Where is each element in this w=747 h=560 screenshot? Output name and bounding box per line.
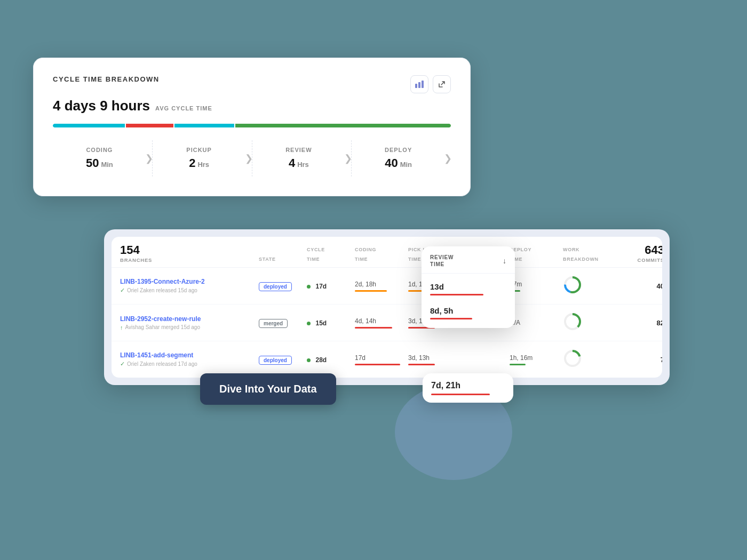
review-item-1: 13d xyxy=(422,277,515,301)
cycle-dot-3 xyxy=(307,358,311,362)
stage-review: REVIEW 4Hrs xyxy=(252,140,346,177)
commits-label: COMMITS xyxy=(622,257,662,263)
stage-coding-value: 50Min xyxy=(58,156,141,170)
cycle-time-cell-3: 28d xyxy=(307,355,355,364)
deploy-time-val-3: 1h, 16m xyxy=(510,354,563,362)
check-icon: ✓ xyxy=(120,287,125,294)
commits-val-2: 82 xyxy=(622,319,662,327)
stage-review-label: REVIEW xyxy=(258,147,340,153)
stage-pickup-value: 2Hrs xyxy=(158,156,241,170)
bar-coding xyxy=(53,124,125,127)
coding-bar-2 xyxy=(355,327,392,329)
work-breakdown-cell-1 xyxy=(563,275,622,297)
scene: CYCLE TIME BREAKDOWN 4 days 9 hours xyxy=(0,0,747,560)
bar-deploy xyxy=(235,124,451,127)
branch-cell-3: LINB-1451-add-segment ✓ Oriel Zaken rele… xyxy=(120,351,259,367)
review-popup-items: 13d 8d, 5h xyxy=(422,274,515,328)
work-breakdown-col-header: WORKBREAKDOWN xyxy=(563,244,622,263)
bar-pickup xyxy=(126,124,174,127)
check-icon-3: ✓ xyxy=(120,361,125,367)
cycle-stages: CODING 50Min ❯ PICKUP 2Hrs ❯ REVIEW 4Hrs… xyxy=(53,140,451,177)
table-header: 154 BRANCHES STATE CYCLETIME CODINGTIME … xyxy=(112,237,662,268)
stage-deploy-label: DEPLOY xyxy=(357,147,440,153)
branch-link-3[interactable]: LINB-1451-add-segment xyxy=(120,351,259,359)
commits-val-3: 7 xyxy=(622,356,662,364)
cycle-time-cell-1: 17d xyxy=(307,281,355,291)
stage-coding-label: CODING xyxy=(58,147,141,153)
review-item-val-1: 13d xyxy=(430,282,506,291)
stage-deploy: DEPLOY 40Min xyxy=(351,140,445,177)
state-cell-3: deployed xyxy=(259,355,307,365)
branch-link-1[interactable]: LINB-1395-Connect-Azure-2 xyxy=(120,278,259,285)
deployed-badge: deployed xyxy=(259,282,292,291)
coding-time-cell-1: 2d, 18h xyxy=(355,281,408,292)
cycle-time-col-header: CYCLETIME xyxy=(307,244,355,263)
review-bottom-val: 7d, 21h xyxy=(431,381,505,390)
cycle-card-header: CYCLE TIME BREAKDOWN xyxy=(53,75,451,93)
branch-meta-1: ✓ Oriel Zaken released 15d ago xyxy=(120,287,259,294)
pickup-bar-3 xyxy=(408,364,435,365)
state-col-header: STATE xyxy=(259,253,307,263)
cycle-progress-bar xyxy=(53,124,451,127)
review-bar-2 xyxy=(430,318,472,319)
stage-deploy-value: 40Min xyxy=(357,156,440,170)
review-bottom-bar xyxy=(431,394,490,395)
merge-icon: ↑ xyxy=(120,324,123,331)
commits-val-1: 40 xyxy=(622,282,662,290)
chart-icon-button[interactable] xyxy=(410,75,428,93)
state-cell-2: merged xyxy=(259,318,307,328)
pickup-time-val-3: 3d, 13h xyxy=(408,354,456,362)
arrow-icon-4: ❯ xyxy=(444,153,452,164)
coding-time-cell-3: 17d xyxy=(355,354,408,365)
sort-down-icon: ↓ xyxy=(503,257,506,265)
commits-count: 643 xyxy=(645,243,662,257)
review-bar-1 xyxy=(430,294,483,295)
stage-review-value: 4Hrs xyxy=(258,156,340,170)
branch-meta-3: ✓ Oriel Zaken released 17d ago xyxy=(120,361,259,367)
coding-time-cell-2: 4d, 14h xyxy=(355,317,408,329)
branch-cell-1: LINB-1395-Connect-Azure-2 ✓ Oriel Zaken … xyxy=(120,278,259,294)
svg-rect-2 xyxy=(422,81,424,88)
coding-time-val-1: 2d, 18h xyxy=(355,281,408,288)
deployed-badge-3: deployed xyxy=(259,356,292,365)
deploy-time-cell-3: 1h, 16m xyxy=(510,354,563,365)
cycle-avg-value: 4 days 9 hours xyxy=(53,98,150,114)
deploy-time-col-header: DEPLOYTIME xyxy=(510,244,563,263)
coding-time-val-2: 4d, 14h xyxy=(355,317,408,325)
stage-pickup-label: PICKUP xyxy=(158,147,241,153)
deploy-bar-3 xyxy=(510,364,526,365)
table-card-wrapper: 154 BRANCHES STATE CYCLETIME CODINGTIME … xyxy=(104,229,670,385)
deploy-time-val-1: 17m xyxy=(510,281,563,288)
cycle-dot-1 xyxy=(307,285,311,289)
table-row: LINB-1451-add-segment ✓ Oriel Zaken rele… xyxy=(112,341,662,378)
coding-bar-3 xyxy=(355,364,400,365)
cycle-val-2: 15d xyxy=(315,319,327,327)
coding-time-val-3: 17d xyxy=(355,354,408,362)
work-breakdown-cell-3 xyxy=(563,349,622,370)
coding-bar-1 xyxy=(355,290,387,292)
work-breakdown-cell-2 xyxy=(563,312,622,333)
branches-header: 154 BRANCHES xyxy=(120,243,259,263)
svg-rect-0 xyxy=(415,84,417,88)
review-item-2: 8d, 5h xyxy=(422,301,515,325)
state-cell-1: deployed xyxy=(259,281,307,291)
table-card: 154 BRANCHES STATE CYCLETIME CODINGTIME … xyxy=(112,237,662,378)
cycle-title: CYCLE TIME BREAKDOWN xyxy=(53,75,160,83)
expand-icon-button[interactable] xyxy=(433,75,451,93)
cta-tooltip[interactable]: Dive Into Your Data xyxy=(200,373,336,405)
branch-meta-2: ↑ Avishag Sahar merged 15d ago xyxy=(120,324,259,331)
commits-header: 643 COMMITS xyxy=(622,243,662,263)
deploy-time-val-2: N/A xyxy=(510,319,563,326)
branch-cell-2: LINB-2952-create-new-rule ↑ Avishag Saha… xyxy=(120,315,259,331)
deploy-time-cell-2: N/A xyxy=(510,319,563,326)
review-popup-header: REVIEWTIME ↓ xyxy=(422,246,515,274)
table-row: LINB-1395-Connect-Azure-2 ✓ Oriel Zaken … xyxy=(112,268,662,305)
cycle-val-1: 17d xyxy=(315,283,327,290)
cycle-header-icons xyxy=(410,75,451,93)
review-popup-bottom: 7d, 21h xyxy=(423,373,513,403)
merged-badge: merged xyxy=(259,319,288,328)
stage-coding: CODING 50Min xyxy=(53,140,146,177)
branch-link-2[interactable]: LINB-2952-create-new-rule xyxy=(120,315,259,323)
review-time-popup: REVIEWTIME ↓ 13d 8d, 5h xyxy=(422,246,515,328)
bar-review xyxy=(174,124,234,127)
